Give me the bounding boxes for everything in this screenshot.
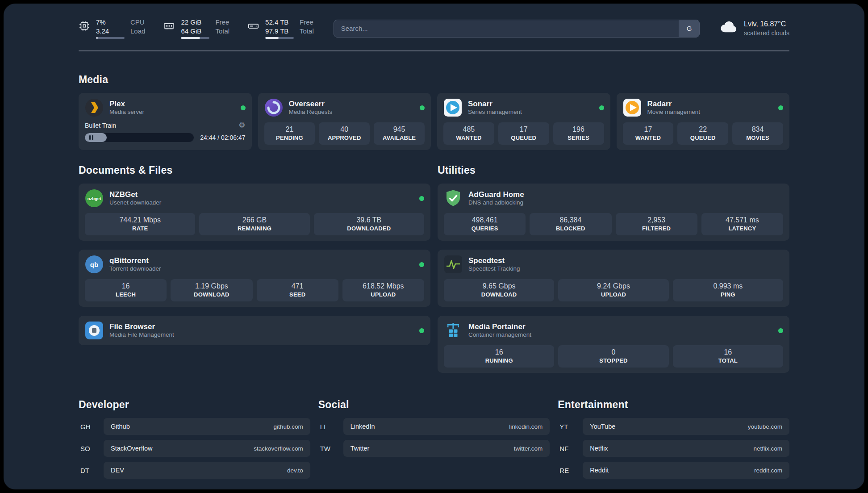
- qbittorrent-name: qBittorrent: [109, 256, 161, 265]
- filebrowser-header[interactable]: File Browser Media File Management: [85, 321, 424, 340]
- bookmark-link-twitter[interactable]: Twitter twitter.com: [343, 440, 550, 457]
- speedtest-header[interactable]: Speedtest Speedtest Tracking: [444, 255, 783, 274]
- service-card-portainer[interactable]: Media Portainer Container management 16 …: [438, 316, 789, 373]
- bookmark-abbr: DT: [79, 467, 97, 474]
- cpu-labels: CPU Load: [130, 18, 145, 35]
- bookmark-link-linkedin[interactable]: LinkedIn linkedin.com: [343, 418, 550, 435]
- nzbget-stats: 744.21 Mbps RATE 266 GB REMAINING 39.6 T…: [85, 213, 424, 235]
- bookmark-link-dev[interactable]: DEV dev.to: [104, 462, 310, 479]
- plex-header[interactable]: Plex Media server: [85, 98, 246, 117]
- stat-queued: 22 QUEUED: [677, 122, 728, 145]
- portainer-name: Media Portainer: [468, 322, 531, 331]
- speedtest-stats: 9.65 Gbps DOWNLOAD 9.24 Gbps UPLOAD 0.99…: [444, 279, 783, 301]
- bookmark-link-github[interactable]: Github github.com: [104, 418, 310, 435]
- svg-text:qb: qb: [90, 261, 98, 268]
- service-card-filebrowser[interactable]: File Browser Media File Management: [79, 316, 430, 345]
- bookmark-github: GH Github github.com: [79, 418, 310, 435]
- disk-icon: [247, 20, 259, 34]
- playback-progress-bar[interactable]: [85, 133, 194, 142]
- portainer-header[interactable]: Media Portainer Container management: [444, 321, 783, 340]
- qbittorrent-stats: 16 LEECH 1.19 Gbps DOWNLOAD 471 SEED 6: [85, 279, 424, 301]
- weather-condition: scattered clouds: [744, 29, 789, 37]
- bookmarks-entertainment: Entertainment YT YouTube youtube.com NF …: [558, 399, 789, 479]
- portainer-stats: 16 RUNNING 0 STOPPED 16 TOTAL: [444, 345, 783, 368]
- radarr-stats: 17 WANTED 22 QUEUED 834 MOVIES: [623, 122, 784, 145]
- bookmark-link-stackoverflow[interactable]: StackOverflow stackoverflow.com: [104, 440, 310, 457]
- stat-downloaded: 39.6 TB DOWNLOADED: [314, 213, 424, 235]
- weather-location: Lviv, 16.87°C: [744, 20, 789, 29]
- bookmark-link-youtube[interactable]: YouTube youtube.com: [583, 418, 789, 435]
- stat-seed: 471 SEED: [257, 279, 338, 301]
- bookmark-abbr: GH: [79, 423, 97, 430]
- bookmark-netflix: NF Netflix netflix.com: [558, 440, 789, 457]
- svg-text:nzbget: nzbget: [88, 196, 101, 201]
- bookmarks-title-entertainment: Entertainment: [558, 399, 789, 411]
- adguard-stats: 498,461 QUERIES 86,384 BLOCKED 2,953 FIL…: [444, 213, 783, 235]
- stat-wanted: 485 WANTED: [443, 122, 494, 145]
- overseerr-icon: [264, 98, 283, 117]
- service-card-overseerr[interactable]: Overseerr Media Requests 21 PENDING 40 A…: [258, 93, 431, 150]
- bookmark-abbr: YT: [558, 423, 576, 430]
- stat-rate: 744.21 Mbps RATE: [85, 213, 195, 235]
- stat-total: 16 TOTAL: [673, 345, 783, 368]
- pause-icon[interactable]: [89, 135, 93, 140]
- bookmarks-social: Social LI LinkedIn linkedin.com TW Twitt…: [318, 399, 550, 457]
- stat-upload: 618.52 Mbps UPLOAD: [342, 279, 424, 301]
- overseerr-name: Overseerr: [289, 99, 333, 109]
- bookmark-link-reddit[interactable]: Reddit reddit.com: [583, 462, 789, 479]
- stat-download: 1.19 Gbps DOWNLOAD: [171, 279, 252, 301]
- sonarr-desc: Series management: [468, 109, 522, 116]
- bookmarks-title-developer: Developer: [79, 399, 310, 411]
- stat-movies: 834 MOVIES: [732, 122, 783, 145]
- radarr-desc: Movie management: [647, 109, 701, 116]
- service-card-adguard[interactable]: AdGuard Home DNS and adblocking 498,461 …: [438, 184, 789, 241]
- playback-time: 24:44 / 02:06:47: [200, 134, 245, 141]
- qbittorrent-status-dot: [419, 262, 424, 267]
- search-bar: G: [334, 20, 700, 38]
- nzbget-icon: nzbget: [85, 189, 104, 208]
- bookmarks-developer: Developer GH Github github.com SO StackO…: [79, 399, 310, 479]
- radarr-header[interactable]: Radarr Movie management: [623, 98, 784, 117]
- nzbget-name: NZBGet: [109, 190, 161, 199]
- dashboard: 7% 3.24 CPU Load 22 GiB: [4, 4, 864, 489]
- bookmark-abbr: RE: [558, 467, 576, 474]
- bookmark-linkedin: LI LinkedIn linkedin.com: [318, 418, 550, 435]
- disk-free: 52.4 TB: [265, 18, 294, 27]
- top-bar: 7% 3.24 CPU Load 22 GiB: [79, 18, 789, 39]
- sonarr-stats: 485 WANTED 17 QUEUED 196 SERIES: [443, 122, 604, 145]
- adguard-header[interactable]: AdGuard Home DNS and adblocking: [444, 189, 783, 208]
- memory-widget: 22 GiB 64 GiB Free Total: [163, 18, 230, 39]
- radarr-status-dot: [778, 105, 783, 110]
- service-card-radarr[interactable]: Radarr Movie management 17 WANTED 22 QUE…: [617, 93, 790, 150]
- sonarr-header[interactable]: Sonarr Series management: [443, 98, 604, 117]
- stat-leech: 16 LEECH: [85, 279, 167, 301]
- bookmarks-title-social: Social: [318, 399, 550, 411]
- stat-upload: 9.24 Gbps UPLOAD: [558, 279, 668, 301]
- sonarr-name: Sonarr: [468, 99, 522, 109]
- gear-icon[interactable]: ⚙: [238, 121, 245, 129]
- stat-filtered: 2,953 FILTERED: [616, 213, 697, 235]
- service-card-sonarr[interactable]: Sonarr Series management 485 WANTED 17 Q…: [437, 93, 610, 150]
- service-card-plex[interactable]: Plex Media server Bullet Train ⚙: [79, 93, 252, 150]
- service-card-nzbget[interactable]: nzbget NZBGet Usenet downloader 744.21 M…: [79, 184, 430, 241]
- bookmark-reddit: RE Reddit reddit.com: [558, 462, 789, 479]
- nzbget-header[interactable]: nzbget NZBGet Usenet downloader: [85, 189, 424, 208]
- service-card-qbittorrent[interactable]: qb qBittorrent Torrent downloader 16 LEE…: [79, 250, 430, 307]
- search-provider-button[interactable]: G: [679, 20, 699, 37]
- search-input[interactable]: [334, 20, 679, 37]
- bookmark-link-netflix[interactable]: Netflix netflix.com: [583, 440, 789, 457]
- stat-remaining: 266 GB REMAINING: [199, 213, 309, 235]
- service-card-speedtest[interactable]: Speedtest Speedtest Tracking 9.65 Gbps D…: [438, 250, 789, 307]
- portainer-icon: [444, 321, 463, 340]
- bookmarks-section: Developer GH Github github.com SO StackO…: [79, 399, 789, 479]
- stat-blocked: 86,384 BLOCKED: [530, 213, 611, 235]
- cpu-usage-bar: [96, 37, 125, 39]
- qbittorrent-header[interactable]: qb qBittorrent Torrent downloader: [85, 255, 424, 274]
- disk-total: 97.9 TB: [265, 27, 294, 36]
- playback-progress-fill: [85, 133, 107, 142]
- portainer-status-dot: [778, 328, 783, 333]
- media-cards-row: Plex Media server Bullet Train ⚙: [79, 93, 789, 150]
- overseerr-header[interactable]: Overseerr Media Requests: [264, 98, 425, 117]
- overseerr-desc: Media Requests: [289, 109, 333, 116]
- cloud-icon: [719, 21, 738, 36]
